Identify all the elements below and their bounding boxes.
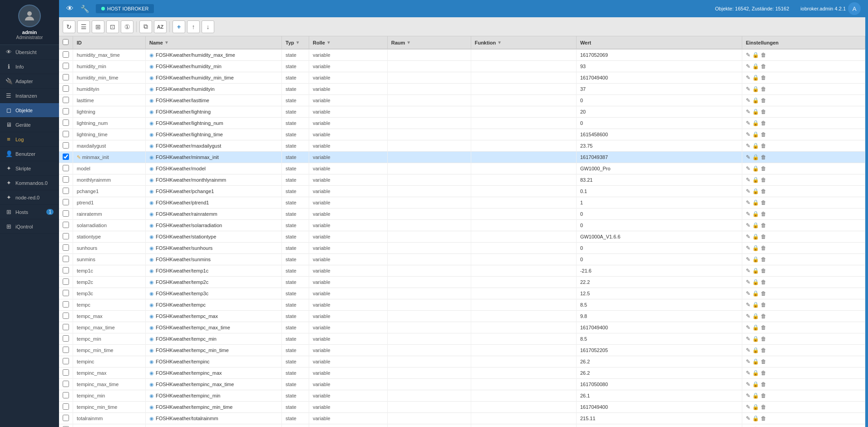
row-checkbox[interactable] [63, 347, 69, 353]
edit-icon[interactable]: ✎ [746, 336, 750, 342]
edit-icon[interactable]: ✎ [746, 370, 750, 376]
delete-icon[interactable]: 🗑 [761, 143, 766, 149]
edit-icon[interactable]: ✎ [746, 109, 750, 115]
row-checkbox[interactable] [63, 199, 69, 205]
edit-icon[interactable]: ✎ [746, 404, 750, 410]
sidebar-item-node-red[interactable]: ✦ node-red.0 [0, 190, 59, 205]
lock-icon[interactable]: 🔒 [752, 256, 759, 263]
row-checkbox[interactable] [63, 97, 69, 103]
lock-icon[interactable]: 🔒 [752, 347, 759, 353]
delete-icon[interactable]: 🗑 [761, 392, 766, 399]
row-checkbox[interactable] [63, 142, 69, 149]
delete-icon[interactable]: 🗑 [761, 109, 766, 115]
add-button[interactable]: + [173, 20, 185, 33]
edit-icon[interactable]: ✎ [746, 256, 750, 263]
funktion-filter-icon[interactable]: ▼ [497, 40, 502, 45]
row-checkbox[interactable] [63, 63, 69, 69]
lock-icon[interactable]: 🔒 [752, 290, 759, 297]
edit-icon[interactable]: ✎ [746, 290, 750, 297]
edit-icon[interactable]: ✎ [746, 347, 750, 353]
sort-az-button[interactable]: AZ [154, 20, 167, 33]
delete-icon[interactable]: 🗑 [761, 404, 766, 410]
row-checkbox[interactable] [63, 335, 69, 342]
row-checkbox[interactable] [63, 131, 69, 137]
row-checkbox[interactable] [63, 267, 69, 273]
row-checkbox[interactable] [63, 403, 69, 410]
lock-icon[interactable]: 🔒 [752, 268, 759, 274]
row-checkbox[interactable] [63, 244, 69, 251]
row-checkbox[interactable] [63, 358, 69, 364]
lock-icon[interactable]: 🔒 [752, 97, 759, 104]
lock-icon[interactable]: 🔒 [752, 131, 759, 138]
delete-icon[interactable]: 🗑 [761, 268, 766, 274]
lock-icon[interactable]: 🔒 [752, 177, 759, 183]
single-view-button[interactable]: ⊡ [106, 20, 119, 33]
delete-icon[interactable]: 🗑 [761, 211, 766, 217]
sidebar-item-info[interactable]: ℹ Info [0, 60, 59, 74]
row-checkbox[interactable] [63, 165, 69, 171]
edit-icon[interactable]: ✎ [746, 86, 750, 92]
delete-icon[interactable]: 🗑 [761, 154, 766, 160]
refresh-button[interactable]: ↻ [63, 20, 75, 33]
row-checkbox[interactable] [63, 381, 69, 387]
row-checkbox[interactable] [63, 301, 69, 308]
delete-icon[interactable]: 🗑 [761, 52, 766, 58]
delete-icon[interactable]: 🗑 [761, 347, 766, 353]
lock-icon[interactable]: 🔒 [752, 392, 759, 399]
delete-icon[interactable]: 🗑 [761, 74, 766, 81]
sidebar-item-geraete[interactable]: 🖥 Geräte [0, 118, 59, 132]
sidebar-item-iqontrol[interactable]: ⊞ iQontrol [0, 219, 59, 234]
delete-icon[interactable]: 🗑 [761, 381, 766, 387]
sidebar-item-benutzer[interactable]: 👤 Benutzer [0, 147, 59, 161]
lock-icon[interactable]: 🔒 [752, 74, 759, 81]
edit-icon[interactable]: ✎ [746, 177, 750, 183]
sidebar-item-instanzen[interactable]: ☰ Instanzen [0, 89, 59, 103]
lock-icon[interactable]: 🔒 [752, 415, 759, 422]
wrench-topbar-icon[interactable]: 🔧 [79, 2, 91, 15]
select-all-checkbox[interactable] [63, 39, 69, 45]
row-checkbox[interactable] [63, 222, 69, 228]
edit-icon[interactable]: ✎ [746, 392, 750, 399]
lock-icon[interactable]: 🔒 [752, 336, 759, 342]
filter-button[interactable]: ⧉ [139, 20, 152, 33]
delete-icon[interactable]: 🗑 [761, 415, 766, 422]
edit-icon[interactable]: ✎ [746, 381, 750, 387]
delete-icon[interactable]: 🗑 [761, 313, 766, 319]
host-iobroker-button[interactable]: HOST IOBROKER [96, 4, 154, 13]
edit-icon[interactable]: ✎ [746, 268, 750, 274]
row-checkbox[interactable] [63, 188, 69, 194]
row-checkbox[interactable] [63, 210, 69, 217]
grid-view-button[interactable]: ⊞ [92, 20, 104, 33]
delete-icon[interactable]: 🗑 [761, 370, 766, 376]
edit-icon[interactable]: ✎ [746, 324, 750, 331]
row-checkbox[interactable] [63, 369, 69, 376]
delete-icon[interactable]: 🗑 [761, 131, 766, 138]
delete-icon[interactable]: 🗑 [761, 290, 766, 297]
lock-icon[interactable]: 🔒 [752, 370, 759, 376]
edit-icon[interactable]: ✎ [746, 120, 750, 126]
delete-icon[interactable]: 🗑 [761, 233, 766, 240]
edit-icon[interactable]: ✎ [746, 74, 750, 81]
lock-icon[interactable]: 🔒 [752, 233, 759, 240]
row-checkbox[interactable] [63, 415, 69, 421]
delete-icon[interactable]: 🗑 [761, 279, 766, 285]
edit-icon[interactable]: ✎ [746, 279, 750, 285]
list-view-button[interactable]: ☰ [77, 20, 90, 33]
row-checkbox[interactable] [63, 51, 69, 58]
edit-icon[interactable]: ✎ [746, 165, 750, 172]
delete-icon[interactable]: 🗑 [761, 256, 766, 263]
edit-icon[interactable]: ✎ [746, 188, 750, 194]
row-checkbox[interactable] [63, 256, 69, 262]
lock-icon[interactable]: 🔒 [752, 245, 759, 251]
edit-icon[interactable]: ✎ [746, 245, 750, 251]
delete-icon[interactable]: 🗑 [761, 199, 766, 206]
lock-icon[interactable]: 🔒 [752, 52, 759, 58]
upload-button[interactable]: ↑ [187, 20, 200, 33]
lock-icon[interactable]: 🔒 [752, 154, 759, 160]
delete-icon[interactable]: 🗑 [761, 222, 766, 228]
typ-filter-icon[interactable]: ▼ [296, 40, 300, 45]
sidebar-item-objekte[interactable]: ◻ Objekte [0, 103, 59, 118]
delete-icon[interactable]: 🗑 [761, 245, 766, 251]
lock-icon[interactable]: 🔒 [752, 302, 759, 308]
edit-icon[interactable]: ✎ [746, 415, 750, 422]
